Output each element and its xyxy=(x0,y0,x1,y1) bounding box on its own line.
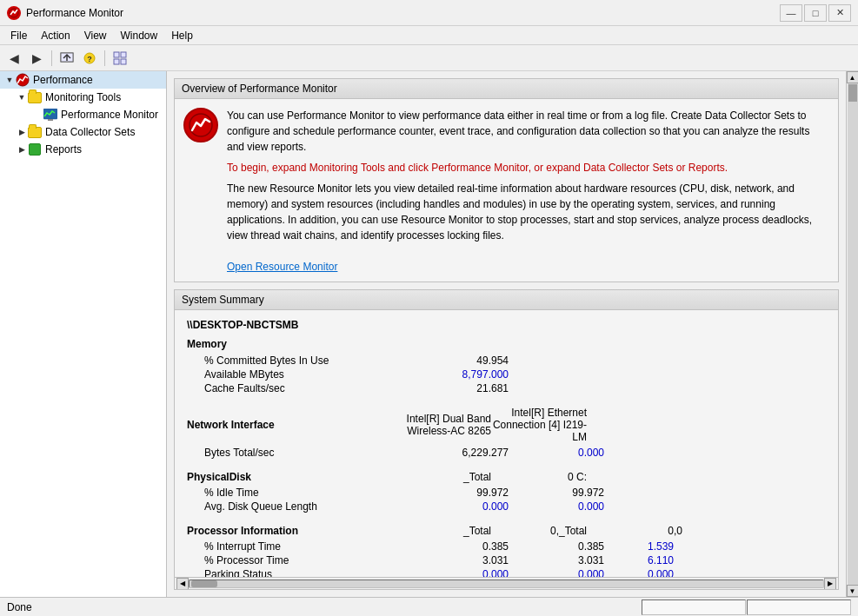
processor-row-0-val1: 0.385 xyxy=(413,540,509,553)
menu-action[interactable]: Action xyxy=(34,26,76,44)
right-scrollbar[interactable]: ▲ ▼ xyxy=(846,71,858,597)
v-scroll-track[interactable] xyxy=(848,83,858,585)
view-button[interactable] xyxy=(110,49,130,68)
summary-section: System Summary \\DESKTOP-NBCTSMB Memory … xyxy=(174,289,839,590)
physicaldisk-row-0-val1: 99.972 xyxy=(413,487,509,499)
processor-row-1: % Processor Time 3.031 3.031 6.110 xyxy=(187,553,826,567)
memory-row-2-val: 21.681 xyxy=(413,382,509,394)
performance-monitor-icon xyxy=(43,108,57,122)
physicaldisk-col1: _Total xyxy=(396,471,491,483)
expand-data-collector[interactable]: ▶ xyxy=(16,126,28,138)
tree-item-performance[interactable]: ▼ Performance xyxy=(0,71,166,89)
expand-reports[interactable]: ▶ xyxy=(16,143,28,156)
main-area: ▼ Performance ▼ Monitoring Tools xyxy=(0,71,858,597)
processor-col1: _Total xyxy=(396,525,491,537)
svg-text:?: ? xyxy=(87,55,92,63)
summary-header: System Summary xyxy=(175,290,838,310)
v-scroll-down[interactable]: ▼ xyxy=(847,585,859,597)
v-scroll-thumb[interactable] xyxy=(848,84,857,102)
toolbar-separator-2 xyxy=(104,50,105,66)
performance-label: Performance xyxy=(33,74,93,86)
tree-item-monitoring-tools[interactable]: ▼ Monitoring Tools xyxy=(0,89,166,106)
forward-button[interactable]: ▶ xyxy=(26,49,47,68)
svg-rect-6 xyxy=(114,52,119,57)
svg-rect-12 xyxy=(48,119,53,121)
expand-monitoring-tools[interactable]: ▼ xyxy=(16,91,28,103)
network-header: Network Interface Intel[R] Dual Band Wir… xyxy=(187,406,826,444)
memory-row-2: Cache Faults/sec 21.681 xyxy=(187,381,826,395)
summary-content[interactable]: \\DESKTOP-NBCTSMB Memory % Committed Byt… xyxy=(175,310,838,577)
h-scroll-right[interactable]: ▶ xyxy=(824,578,836,590)
memory-group: Memory % Committed Bytes In Use 49.954 A… xyxy=(187,338,826,395)
svg-rect-8 xyxy=(114,59,119,64)
toolbar-separator-1 xyxy=(51,50,52,66)
open-resource-monitor-link[interactable]: Open Resource Monitor xyxy=(227,261,337,273)
h-scroll-bar[interactable]: ◀ ▶ xyxy=(175,577,838,589)
reports-label: Reports xyxy=(45,143,82,156)
data-collector-label: Data Collector Sets xyxy=(45,126,135,138)
help-button[interactable]: ? xyxy=(79,49,100,68)
status-bar: Done xyxy=(0,597,858,616)
maximize-button[interactable]: □ xyxy=(804,4,827,22)
h-scroll-thumb[interactable] xyxy=(191,580,217,587)
tree-item-performance-monitor[interactable]: Performance Monitor xyxy=(0,106,166,123)
physicaldisk-row-1-val1: 0.000 xyxy=(413,500,509,513)
processor-row-2-val3: 0.000 xyxy=(604,568,674,577)
processor-header: Processor Information _Total 0,_Total 0,… xyxy=(187,524,826,538)
left-panel: ▼ Performance ▼ Monitoring Tools xyxy=(0,71,167,597)
h-scroll-left[interactable]: ◀ xyxy=(176,578,189,590)
overview-icon xyxy=(183,108,218,142)
overview-content: You can use Performance Monitor to view … xyxy=(175,99,838,282)
memory-row-0: % Committed Bytes In Use 49.954 xyxy=(187,354,826,368)
expand-performance[interactable]: ▼ xyxy=(3,74,16,86)
overview-text-area: You can use Performance Monitor to view … xyxy=(227,108,829,273)
menu-file[interactable]: File xyxy=(3,26,34,44)
memory-row-1: Available MBytes 8,797.000 xyxy=(187,368,826,381)
processor-row-0-val2: 0.385 xyxy=(509,540,604,553)
network-col1: Intel[R] Dual Band Wireless-AC 8265 xyxy=(396,413,491,437)
monitoring-tools-label: Monitoring Tools xyxy=(45,91,121,103)
memory-row-0-label: % Committed Bytes In Use xyxy=(204,354,413,367)
h-scroll-track[interactable] xyxy=(189,580,824,588)
back-button[interactable]: ◀ xyxy=(3,49,24,68)
overview-section: Overview of Performance Monitor You can … xyxy=(174,78,839,282)
svg-rect-7 xyxy=(121,52,126,57)
machine-name: \\DESKTOP-NBCTSMB xyxy=(187,319,826,331)
processor-row-2-val1: 0.000 xyxy=(413,568,509,577)
monitoring-tools-icon xyxy=(28,90,42,104)
close-button[interactable]: ✕ xyxy=(828,4,851,22)
processor-row-0: % Interrupt Time 0.385 0.385 1.539 xyxy=(187,540,826,553)
expand-perf-mon xyxy=(31,109,43,121)
status-panel-2 xyxy=(747,599,851,615)
network-col2: Intel[R] Ethernet Connection [4] I219-LM xyxy=(491,407,587,443)
menu-window[interactable]: Window xyxy=(114,26,165,44)
tree-item-data-collector[interactable]: ▶ Data Collector Sets xyxy=(0,123,166,141)
processor-row-2-val2: 0.000 xyxy=(509,568,604,577)
menu-help[interactable]: Help xyxy=(164,26,200,44)
up-button[interactable] xyxy=(57,49,77,68)
toolbar: ◀ ▶ ? xyxy=(0,45,858,71)
memory-label: Memory xyxy=(187,338,826,350)
processor-row-2: Parking Status 0.000 0.000 0.000 xyxy=(187,567,826,577)
tree-item-reports[interactable]: ▶ Reports xyxy=(0,141,166,158)
processor-row-1-val3: 6.110 xyxy=(604,554,674,566)
window-title: Performance Monitor xyxy=(26,7,123,19)
menu-view[interactable]: View xyxy=(77,26,114,44)
right-sections: Overview of Performance Monitor You can … xyxy=(167,71,846,597)
physicaldisk-row-0-val2: 99.972 xyxy=(509,487,604,499)
memory-row-0-val: 49.954 xyxy=(413,354,509,367)
minimize-button[interactable]: — xyxy=(780,4,802,22)
app-icon xyxy=(7,6,21,20)
data-collector-icon xyxy=(28,125,42,139)
v-scroll-up[interactable]: ▲ xyxy=(847,71,859,83)
network-label: Network Interface xyxy=(187,419,396,431)
status-panels xyxy=(642,599,851,615)
reports-icon xyxy=(28,142,42,156)
physicaldisk-row-0-label: % Idle Time xyxy=(204,487,413,499)
title-bar: Performance Monitor — □ ✕ xyxy=(0,0,858,26)
memory-row-1-label: Available MBytes xyxy=(204,368,413,381)
processor-row-1-label: % Processor Time xyxy=(204,554,413,566)
physicaldisk-row-1-val2: 0.000 xyxy=(509,500,604,513)
processor-row-2-label: Parking Status xyxy=(204,568,413,577)
physicaldisk-group: PhysicalDisk _Total 0 C: % Idle Time 99.… xyxy=(187,470,826,513)
